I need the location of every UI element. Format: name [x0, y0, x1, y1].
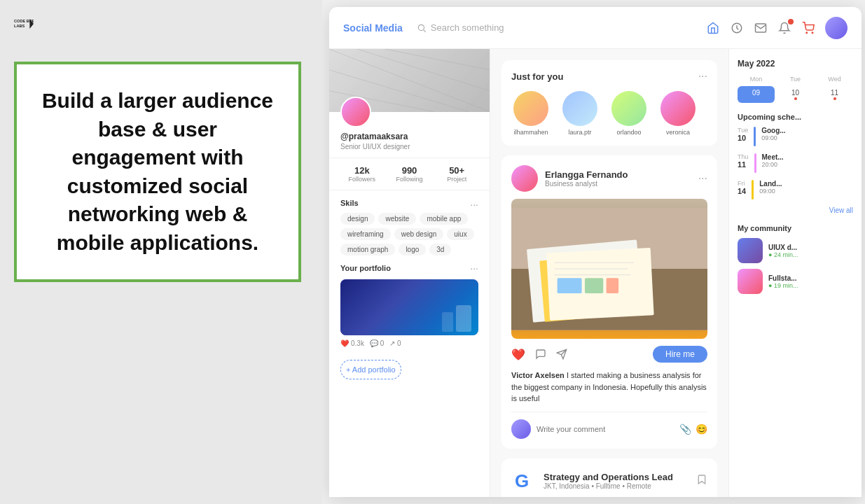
post-image [511, 199, 707, 339]
following-count: 990 [388, 165, 431, 176]
calendar-grid: Mon Tue Wed 09 10 11 [738, 74, 853, 103]
bookmark-icon[interactable] [696, 474, 707, 488]
post-card: Erlangga Fernando Business analyst ··· [501, 155, 717, 449]
person-ilhammahen: ilhammahen [511, 91, 551, 136]
skill-mobile: mobile app [420, 213, 468, 225]
svg-rect-22 [585, 278, 603, 293]
like-button[interactable]: ❤️ [511, 348, 525, 361]
portfolio-title: Your portfolio [340, 264, 391, 272]
event-info-land: Land... 09:00 [759, 180, 853, 195]
right-panel: Social Media Search something [322, 0, 865, 504]
company-logo: G [511, 468, 537, 493]
jfy-title: Just for you [511, 71, 563, 82]
comment-input[interactable] [537, 425, 674, 433]
clock-icon[interactable] [730, 21, 744, 35]
hire-button[interactable]: Hire me [653, 346, 707, 363]
name-veronica: veronica [666, 129, 690, 136]
event-bar-google [754, 127, 756, 146]
cal-day-9[interactable]: 09 [738, 86, 775, 103]
skills-more-icon[interactable]: ··· [470, 199, 478, 210]
notification-icon[interactable] [777, 21, 791, 35]
top-icons [706, 17, 847, 39]
user-avatar[interactable] [825, 17, 847, 39]
job-type: Fulltime [596, 482, 621, 490]
job-location: JKT, Indonesia [544, 482, 590, 490]
search-bar[interactable]: Search something [417, 22, 692, 33]
skills-section-title: Skils ··· [329, 190, 490, 213]
attach-icon[interactable]: 📎 [679, 424, 691, 435]
skill-website: website [378, 213, 416, 225]
main-content: @pratamaaksara Senior UI/UX designer 12k… [329, 49, 861, 497]
portfolio-section: Your portfolio ··· ❤️ 0.3k 💬 0 ↗ 0 [329, 262, 490, 354]
cal-day-10[interactable]: 10 [777, 86, 814, 103]
profile-avatar-wrap [329, 97, 490, 127]
brand-label: Social Media [343, 22, 403, 34]
stat-followers: 12k Followers [340, 165, 384, 183]
job-header: G Strategy and Operations Lead JKT, Indo… [511, 468, 707, 493]
stat-project: 50+ Project [435, 165, 478, 183]
logo-area: CODE BREW LABS [14, 14, 34, 34]
share-button[interactable] [556, 349, 567, 360]
logo-icon: CODE BREW LABS [14, 14, 34, 34]
community-img-uiux [738, 238, 763, 263]
avatar-orlando [611, 91, 646, 126]
post-author-role: Business analyst [545, 180, 628, 188]
svg-point-3 [418, 24, 424, 30]
app-window: Social Media Search something [329, 7, 861, 497]
community-title: My community [738, 224, 853, 232]
home-icon[interactable] [706, 21, 720, 35]
mail-icon[interactable] [754, 21, 768, 35]
community-img-fullstack [738, 269, 763, 294]
event-name-land: Land... [759, 180, 853, 188]
person-orlando: orlandoo [609, 91, 649, 136]
post-header: Erlangga Fernando Business analyst ··· [511, 165, 707, 192]
share-count: ↗ 0 [389, 340, 401, 347]
jfy-more-icon[interactable]: ··· [698, 70, 707, 83]
add-portfolio-button[interactable]: + Add portfolio [340, 360, 401, 379]
comment-button[interactable] [535, 349, 546, 360]
community-meta-uiux: ● 24 min... [768, 251, 798, 258]
name-ilhammahen: ilhammahen [513, 129, 548, 136]
feed-area: Just for you ··· ilhammahen laura.ptr [490, 49, 728, 497]
event-name-meet: Meet... [762, 153, 853, 161]
project-count: 50+ [435, 165, 478, 176]
cal-day-11[interactable]: 11 [816, 86, 853, 103]
profile-handle: @pratamaaksara [329, 132, 490, 141]
community-info-uiux: UIUX d... ● 24 min... [768, 244, 798, 258]
followers-count: 12k [340, 165, 384, 176]
event-date-tue: Tue 10 [738, 127, 748, 142]
portfolio-more-icon[interactable]: ··· [470, 262, 478, 274]
job-info: Strategy and Operations Lead JKT, Indone… [544, 472, 673, 490]
skill-tags: design website mobile app wireframing we… [329, 213, 490, 262]
like-count: ❤️ 0.3k [340, 340, 364, 347]
event-time-meet: 20:00 [762, 161, 853, 168]
portfolio-image [340, 279, 478, 335]
caption-author: Victor Axelsen [511, 371, 565, 379]
comment-attach-icons: 📎 😊 [679, 424, 707, 435]
community-meta-fullstack: ● 19 min... [768, 282, 798, 289]
svg-rect-21 [558, 278, 582, 293]
stat-following: 990 Following [388, 165, 431, 183]
person-laura: laura.ptr [560, 91, 600, 136]
comment-count: 💬 0 [370, 340, 384, 347]
right-sidebar: May 2022 Mon Tue Wed 09 10 11 Upcoming s… [728, 49, 861, 497]
event-bar-meet [754, 153, 756, 173]
skill-uiux: uiux [447, 228, 473, 240]
left-panel: CODE BREW LABS Build a larger audience b… [0, 0, 322, 504]
profile-stats: 12k Followers 990 Following 50+ Project [329, 158, 490, 190]
project-label: Project [435, 176, 478, 183]
view-all-button[interactable]: View all [738, 206, 853, 214]
community-uiux: UIUX d... ● 24 min... [738, 238, 853, 263]
cal-header-mon: Mon [738, 74, 775, 84]
skill-design: design [340, 213, 375, 225]
job-meta: JKT, Indonesia • Fulltime • Remote [544, 482, 673, 490]
emoji-icon[interactable]: 😊 [696, 424, 707, 435]
cart-icon[interactable] [801, 21, 815, 35]
svg-point-7 [812, 32, 813, 34]
community-fullstack: Fullsta... ● 19 min... [738, 269, 853, 294]
people-row: ilhammahen laura.ptr orlandoo veron [511, 91, 707, 136]
name-orlando: orlandoo [616, 129, 641, 136]
skill-webdesign: web design [394, 228, 444, 240]
jfy-header: Just for you ··· [511, 70, 707, 83]
post-more-icon[interactable]: ··· [698, 172, 707, 185]
